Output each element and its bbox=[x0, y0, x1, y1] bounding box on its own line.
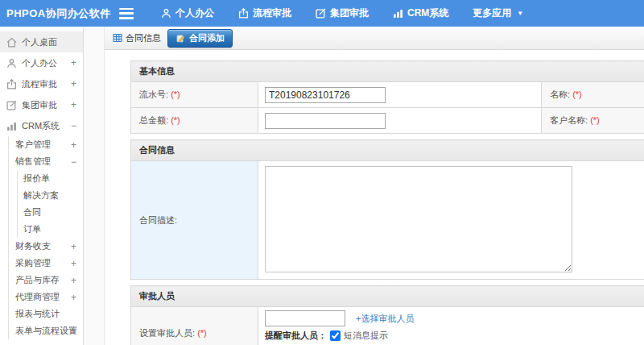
section-header-contract-info: 合同信息 bbox=[131, 140, 644, 161]
nav-label: 集团审批 bbox=[330, 6, 369, 20]
sidebar-item-crm-system[interactable]: CRM系统 − bbox=[0, 115, 83, 136]
desc-input-cell bbox=[258, 161, 644, 280]
required-mark: (*) bbox=[171, 115, 180, 125]
sidebar-item-label: 采购管理 bbox=[15, 257, 51, 269]
user-icon bbox=[6, 58, 17, 69]
tab-contract-info[interactable]: 合同信息 bbox=[112, 32, 161, 44]
sidebar-item-workflow-approval[interactable]: 流程审批 + bbox=[0, 73, 83, 94]
remind-approver-label: 提醒审批人员： bbox=[265, 330, 327, 342]
amount-label-cell: 总金额: (*) bbox=[131, 108, 258, 134]
choose-approver-link[interactable]: +选择审批人员 bbox=[356, 314, 414, 323]
sidebar-item-product-inventory[interactable]: 产品与库存 + bbox=[9, 272, 83, 289]
contract-add-form: 基本信息 流水号: (*) 名称: (*) bbox=[105, 50, 644, 345]
sidebar-item-quotation[interactable]: 报价单 bbox=[18, 170, 83, 187]
name-label-cell: 名称: (*) bbox=[542, 82, 644, 108]
customer-label-cell: 客户名称: (*) bbox=[542, 108, 644, 134]
sidebar-item-reports-stats[interactable]: 报表与统计 bbox=[9, 306, 83, 322]
sidebar-item-label: 产品与库存 bbox=[15, 274, 60, 286]
section-header-basic-info: 基本信息 bbox=[131, 61, 644, 82]
expand-icon: + bbox=[71, 326, 76, 337]
tab-bar: 合同信息 合同添加 bbox=[105, 27, 644, 50]
tab-label: 合同信息 bbox=[126, 32, 161, 44]
pencil-icon bbox=[175, 33, 186, 44]
sidebar-item-group-approval[interactable]: 集团审批 + bbox=[0, 94, 83, 115]
sidebar-item-label: 代理商管理 bbox=[15, 291, 60, 303]
sidebar-item-form-workflow-settings[interactable]: 表单与流程设置 + bbox=[9, 322, 83, 339]
approver-label-cell: 设置审批人员: (*) bbox=[131, 307, 258, 345]
set-approver-label: 设置审批人员: bbox=[139, 328, 195, 338]
contract-info-table: 合同信息 合同描述: bbox=[130, 139, 644, 280]
basic-info-table: 基本信息 流水号: (*) 名称: (*) bbox=[130, 60, 644, 134]
sidebar-splitter[interactable] bbox=[84, 27, 105, 345]
sidebar-item-admin-office[interactable]: 行政办公 + bbox=[0, 339, 83, 345]
sidebar-item-label: 财务收支 bbox=[15, 240, 51, 252]
hamburger-menu-icon[interactable] bbox=[119, 8, 134, 19]
workflow-icon bbox=[238, 8, 249, 19]
nav-more-apps[interactable]: 更多应用 ▼ bbox=[473, 6, 523, 20]
user-icon bbox=[161, 8, 171, 19]
sms-remind-label: 短消息提示 bbox=[344, 330, 388, 342]
expand-icon: + bbox=[71, 241, 76, 252]
sidebar-item-finance[interactable]: 财务收支 + bbox=[9, 238, 83, 255]
sidebar-item-label: 订单 bbox=[23, 223, 41, 235]
sidebar-item-contract[interactable]: 合同 bbox=[18, 204, 83, 221]
serial-input[interactable] bbox=[265, 87, 386, 103]
nav-crm-system[interactable]: CRM系统 bbox=[393, 6, 448, 20]
app-logo: PHPOA协同办公软件 bbox=[0, 6, 119, 21]
sidebar-item-agent-mgmt[interactable]: 代理商管理 + bbox=[9, 289, 83, 306]
sidebar-item-order[interactable]: 订单 bbox=[18, 221, 83, 238]
workflow-icon bbox=[6, 79, 17, 89]
sidebar-item-personal-office[interactable]: 个人办公 + bbox=[0, 52, 83, 73]
crm-submenu: 客户管理 + 销售管理 − 报价单 解决方案 合同 订单 bbox=[8, 136, 83, 339]
sidebar-item-label: 个人桌面 bbox=[22, 36, 57, 48]
approver-input-cell: +选择审批人员 提醒审批人员： 短消息提示 注：流程第一步审批人员，这里选择你的… bbox=[258, 307, 644, 345]
nav-label: CRM系统 bbox=[407, 6, 448, 20]
sidebar-item-label: 客户管理 bbox=[15, 139, 51, 151]
collapse-icon: − bbox=[71, 120, 76, 131]
expand-icon: + bbox=[71, 57, 76, 69]
collapse-icon: − bbox=[71, 156, 76, 168]
amount-input-cell bbox=[258, 108, 542, 134]
top-bar: PHPOA协同办公软件 个人办公 流程审批 集团审批 bbox=[0, 0, 644, 27]
approver-picker-row: +选择审批人员 bbox=[265, 310, 644, 326]
sms-remind-checkbox[interactable] bbox=[330, 330, 341, 341]
expand-icon: + bbox=[71, 258, 76, 269]
nav-label: 个人办公 bbox=[175, 6, 214, 20]
sidebar-item-solution[interactable]: 解决方案 bbox=[18, 187, 83, 204]
sidebar-item-sales-mgmt[interactable]: 销售管理 − bbox=[9, 153, 83, 170]
approver-input[interactable] bbox=[265, 310, 345, 326]
top-nav: 个人办公 流程审批 集团审批 CRM系统 更多应用 ▼ bbox=[161, 6, 523, 20]
required-mark: (*) bbox=[590, 115, 600, 125]
serial-label: 流水号: bbox=[139, 89, 168, 99]
required-mark: (*) bbox=[572, 89, 582, 99]
required-mark: (*) bbox=[197, 328, 207, 338]
section-header-approver: 审批人员 bbox=[131, 286, 644, 307]
main-panel: 合同信息 合同添加 基本信息 流水号: (*) bbox=[105, 27, 644, 345]
button-label: 合同添加 bbox=[189, 32, 225, 44]
sidebar-item-purchase-mgmt[interactable]: 采购管理 + bbox=[9, 255, 83, 272]
chart-icon bbox=[393, 8, 403, 19]
nav-group-approval[interactable]: 集团审批 bbox=[316, 6, 369, 20]
edit-icon bbox=[316, 8, 326, 19]
desc-label-cell: 合同描述: bbox=[131, 161, 258, 280]
home-icon bbox=[6, 37, 17, 48]
sidebar-item-label: 合同 bbox=[23, 206, 41, 218]
sidebar-item-label: 报价单 bbox=[23, 172, 50, 185]
expand-icon: + bbox=[71, 99, 76, 110]
tab-contract-add-button[interactable]: 合同添加 bbox=[167, 29, 233, 48]
contract-desc-textarea[interactable] bbox=[265, 166, 572, 272]
nav-label: 更多应用 bbox=[473, 6, 511, 20]
nav-label: 流程审批 bbox=[253, 6, 291, 20]
sidebar-item-label: 集团审批 bbox=[22, 99, 57, 111]
nav-workflow-approval[interactable]: 流程审批 bbox=[238, 6, 291, 20]
amount-input[interactable] bbox=[265, 113, 386, 129]
serial-label-cell: 流水号: (*) bbox=[131, 82, 258, 108]
sidebar-item-personal-desktop[interactable]: 个人桌面 bbox=[0, 31, 83, 52]
sidebar-item-label: 表单与流程设置 bbox=[15, 325, 77, 337]
expand-icon: + bbox=[71, 275, 76, 286]
sidebar-item-label: 个人办公 bbox=[22, 57, 57, 69]
sidebar-item-customer-mgmt[interactable]: 客户管理 + bbox=[9, 136, 83, 153]
expand-icon: + bbox=[71, 139, 76, 151]
nav-personal-office[interactable]: 个人办公 bbox=[161, 6, 214, 20]
sidebar-item-label: CRM系统 bbox=[22, 120, 60, 132]
